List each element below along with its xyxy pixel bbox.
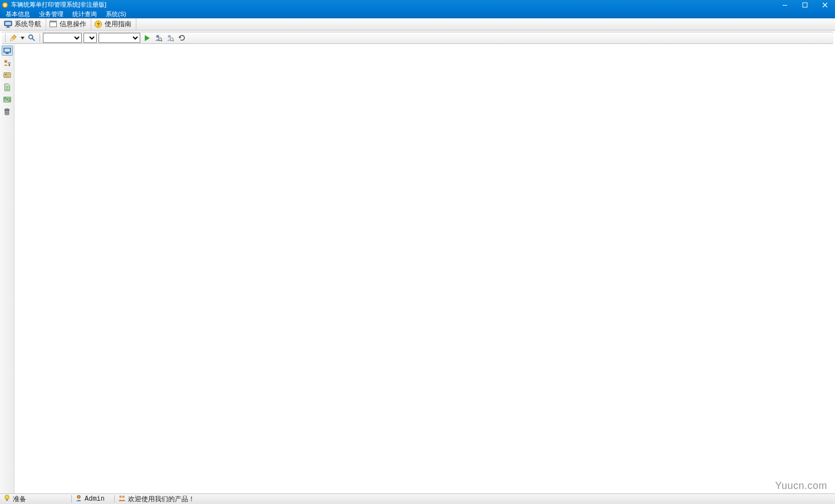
svg-point-40 (6, 112, 6, 112)
svg-rect-47 (6, 499, 8, 501)
minimize-icon (782, 2, 788, 8)
app-icon (1, 1, 9, 9)
menu-business-mgmt[interactable]: 业务管理 (35, 9, 68, 18)
side-btn-document[interactable] (2, 82, 13, 92)
abacus-icon (3, 96, 11, 103)
svg-point-23 (8, 62, 10, 65)
maximize-button[interactable] (795, 0, 815, 9)
status-ready: 准备 (0, 494, 71, 504)
toolbar-info-operate[interactable]: 信息操作 (46, 18, 91, 30)
refresh-icon (178, 34, 186, 42)
close-button[interactable] (815, 0, 835, 9)
svg-point-41 (7, 112, 7, 112)
person-search-icon (155, 34, 163, 42)
separator (5, 33, 6, 42)
status-welcome: 欢迎使用我们的产品！ (115, 494, 198, 504)
users-icon (118, 495, 126, 503)
search-button[interactable] (27, 33, 37, 43)
svg-point-36 (4, 97, 6, 98)
combo-field-3[interactable] (99, 33, 140, 43)
side-toolbar (0, 45, 14, 493)
separator (40, 33, 40, 42)
svg-rect-2 (803, 3, 807, 7)
screen-icon (3, 47, 11, 55)
side-btn-abacus[interactable] (2, 95, 13, 105)
toolbar-system-nav[interactable]: 系统导航 (1, 18, 46, 30)
toolbar-label: 使用指南 (105, 19, 131, 29)
monitor-icon (3, 20, 12, 29)
window-icon (48, 20, 57, 29)
user-search-button[interactable] (154, 33, 164, 43)
svg-rect-39 (5, 111, 9, 115)
combo-field-1[interactable] (43, 33, 82, 43)
svg-rect-6 (6, 27, 10, 28)
status-ready-label: 准备 (13, 495, 26, 504)
side-btn-screen[interactable] (2, 46, 13, 56)
svg-rect-5 (7, 26, 9, 27)
user-key-icon (3, 59, 11, 67)
svg-point-37 (7, 99, 8, 100)
svg-point-48 (77, 495, 81, 498)
title-bar: 车辆统筹单打印管理系统[非注册版] (0, 0, 835, 9)
svg-point-43 (6, 113, 6, 113)
svg-point-50 (122, 496, 124, 498)
help-icon: ? (94, 20, 102, 29)
status-bar: 准备 Admin 欢迎使用我们的产品！ (0, 493, 835, 504)
svg-point-38 (8, 100, 9, 101)
close-icon (822, 2, 828, 8)
toolbar-usage-guide[interactable]: ? 使用指南 (91, 18, 136, 30)
svg-point-11 (29, 35, 33, 39)
status-welcome-label: 欢迎使用我们的产品！ (128, 495, 195, 504)
svg-point-13 (156, 35, 159, 38)
content-area (0, 45, 835, 493)
person-zoom-icon (166, 34, 174, 42)
watermark: Yuucn.com (775, 480, 827, 492)
user-icon (75, 495, 82, 504)
svg-point-44 (7, 113, 7, 113)
combo-field-2[interactable] (84, 33, 97, 43)
side-btn-phone[interactable] (2, 107, 13, 117)
phone-icon (3, 108, 11, 116)
svg-rect-1 (783, 5, 787, 6)
card-icon (3, 72, 11, 78)
svg-text:?: ? (96, 22, 100, 27)
pencil-icon (9, 34, 17, 42)
menu-stats-query[interactable]: 统计查询 (68, 9, 101, 18)
toolbar-label: 信息操作 (60, 19, 86, 29)
svg-line-18 (173, 40, 174, 41)
toolbar-label: 系统导航 (14, 19, 41, 29)
svg-point-45 (8, 113, 8, 113)
menu-bar: 基本信息 业务管理 统计查询 系统(S) (0, 9, 835, 18)
side-btn-card[interactable] (2, 70, 13, 80)
svg-point-16 (168, 35, 171, 38)
document-icon (4, 83, 11, 91)
main-toolbar: 系统导航 信息操作 ? 使用指南 (0, 18, 835, 31)
chevron-down-icon (21, 37, 24, 39)
run-button[interactable] (142, 33, 152, 43)
user-zoom-button[interactable] (165, 33, 175, 43)
edit-button[interactable] (8, 33, 18, 43)
svg-rect-4 (5, 22, 11, 25)
status-user: Admin (72, 494, 114, 504)
maximize-icon (802, 2, 808, 8)
side-btn-user-key[interactable] (2, 58, 13, 68)
svg-point-42 (8, 112, 8, 112)
minimize-button[interactable] (775, 0, 795, 9)
main-canvas (14, 45, 835, 493)
svg-rect-20 (4, 48, 10, 51)
magnifier-icon (28, 34, 36, 42)
svg-point-46 (5, 495, 9, 499)
svg-point-49 (119, 496, 121, 498)
svg-rect-8 (50, 21, 56, 22)
menu-system[interactable]: 系统(S) (101, 9, 131, 18)
status-user-label: Admin (85, 495, 105, 503)
edit-dropdown[interactable] (20, 33, 25, 43)
sub-toolbar (2, 32, 833, 44)
svg-point-22 (4, 60, 7, 63)
svg-line-12 (32, 38, 35, 41)
menu-basic-info[interactable]: 基本信息 (1, 9, 35, 18)
app-title: 车辆统筹单打印管理系统[非注册版] (11, 1, 106, 9)
svg-rect-21 (6, 53, 8, 54)
refresh-button[interactable] (177, 33, 187, 43)
svg-line-15 (161, 40, 162, 41)
